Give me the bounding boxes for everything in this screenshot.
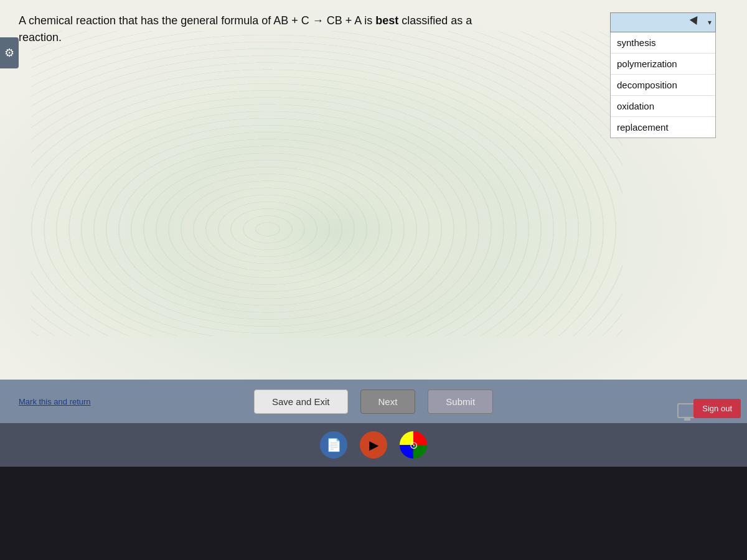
taskbar: 📄 ▶ ⊙ xyxy=(0,423,747,467)
question-bold-word: best xyxy=(375,14,398,27)
gear-icon: ⚙ xyxy=(4,46,14,60)
play-icon: ▶ xyxy=(369,437,378,452)
chrome-taskbar-icon[interactable]: ⊙ xyxy=(400,431,427,459)
dropdown-select-box[interactable]: ▾ xyxy=(610,12,716,32)
question-text-before-bold: A chemical reaction that has the general… xyxy=(19,14,375,27)
ripple-rings xyxy=(31,31,622,336)
play-taskbar-icon[interactable]: ▶ xyxy=(360,431,387,459)
question-second-line: reaction. xyxy=(19,31,62,44)
dropdown-option-decomposition[interactable]: decomposition xyxy=(611,75,715,96)
next-button[interactable]: Next xyxy=(360,390,416,414)
dropdown-option-synthesis[interactable]: synthesis xyxy=(611,32,715,54)
dropdown-arrow-icon: ▾ xyxy=(708,18,712,27)
submit-button[interactable]: Submit xyxy=(428,390,493,414)
file-taskbar-icon[interactable]: 📄 xyxy=(320,431,347,459)
mark-return-link[interactable]: Mark this and return xyxy=(19,397,91,406)
save-exit-button[interactable]: Save and Exit xyxy=(254,390,348,414)
action-bar: Mark this and return Save and Exit Next … xyxy=(0,380,747,423)
answer-dropdown-wrapper[interactable]: ▾ synthesis polymerization decomposition… xyxy=(610,12,716,138)
cursor-arrow xyxy=(690,14,701,25)
dropdown-option-oxidation[interactable]: oxidation xyxy=(611,96,715,117)
dropdown-option-polymerization[interactable]: polymerization xyxy=(611,54,715,75)
question-container: A chemical reaction that has the general… xyxy=(19,12,728,46)
bottom-dark-area xyxy=(0,467,747,560)
side-settings-icon[interactable]: ⚙ xyxy=(0,37,19,68)
question-text-after-bold: classified as a xyxy=(398,14,472,27)
sign-out-button[interactable]: Sign out xyxy=(693,399,741,418)
file-icon: 📄 xyxy=(326,437,342,452)
chrome-icon: ⊙ xyxy=(410,439,418,451)
dropdown-option-replacement[interactable]: replacement xyxy=(611,117,715,138)
dropdown-options-list: synthesis polymerization decomposition o… xyxy=(610,32,716,138)
quiz-area: ⚙ A chemical reaction that has the gener… xyxy=(0,0,747,386)
